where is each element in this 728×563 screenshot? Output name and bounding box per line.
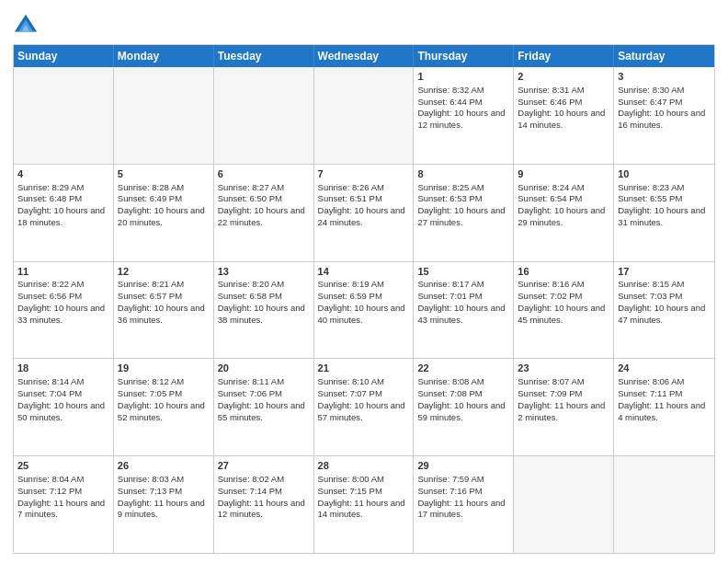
calendar-day-14: 14Sunrise: 8:19 AM Sunset: 6:59 PM Dayli…	[314, 262, 415, 359]
calendar-header-row: SundayMondayTuesdayWednesdayThursdayFrid…	[14, 45, 714, 67]
calendar-week-3: 11Sunrise: 8:22 AM Sunset: 6:56 PM Dayli…	[14, 262, 714, 360]
day-info: Sunrise: 7:59 AM Sunset: 7:16 PM Dayligh…	[417, 474, 505, 519]
day-number: 22	[417, 362, 509, 375]
calendar-week-4: 18Sunrise: 8:14 AM Sunset: 7:04 PM Dayli…	[14, 359, 714, 456]
day-info: Sunrise: 8:28 AM Sunset: 6:49 PM Dayligh…	[118, 182, 205, 227]
calendar-header-saturday: Saturday	[614, 45, 714, 67]
day-number: 14	[318, 265, 410, 279]
day-info: Sunrise: 8:17 AM Sunset: 7:01 PM Dayligh…	[417, 279, 505, 324]
calendar-header-tuesday: Tuesday	[214, 45, 314, 67]
day-number: 2	[518, 70, 609, 84]
calendar-header-friday: Friday	[514, 45, 614, 67]
calendar-day-6: 6Sunrise: 8:27 AM Sunset: 6:50 PM Daylig…	[214, 165, 314, 261]
calendar: SundayMondayTuesdayWednesdayThursdayFrid…	[13, 44, 715, 554]
day-info: Sunrise: 8:10 AM Sunset: 7:07 PM Dayligh…	[318, 376, 405, 421]
day-number: 21	[318, 362, 410, 375]
calendar-day-20: 20Sunrise: 8:11 AM Sunset: 7:06 PM Dayli…	[214, 359, 314, 455]
day-number: 27	[218, 459, 310, 473]
calendar-day-12: 12Sunrise: 8:21 AM Sunset: 6:57 PM Dayli…	[114, 262, 214, 359]
calendar-day-13: 13Sunrise: 8:20 AM Sunset: 6:58 PM Dayli…	[214, 262, 314, 359]
calendar-body: 1Sunrise: 8:32 AM Sunset: 6:44 PM Daylig…	[14, 67, 714, 553]
calendar-day-23: 23Sunrise: 8:07 AM Sunset: 7:09 PM Dayli…	[514, 359, 614, 455]
day-number: 3	[618, 70, 711, 84]
calendar-day-15: 15Sunrise: 8:17 AM Sunset: 7:01 PM Dayli…	[414, 262, 514, 359]
calendar-empty-cell	[514, 456, 614, 553]
day-info: Sunrise: 8:23 AM Sunset: 6:55 PM Dayligh…	[618, 182, 705, 227]
day-number: 28	[318, 459, 410, 473]
day-info: Sunrise: 8:26 AM Sunset: 6:51 PM Dayligh…	[318, 182, 405, 227]
day-number: 10	[618, 167, 711, 181]
logo	[13, 13, 40, 39]
day-number: 1	[417, 70, 509, 84]
calendar-header-sunday: Sunday	[14, 45, 114, 67]
day-number: 19	[118, 362, 210, 375]
calendar-day-4: 4Sunrise: 8:29 AM Sunset: 6:48 PM Daylig…	[14, 165, 114, 261]
day-number: 18	[17, 362, 109, 375]
calendar-day-8: 8Sunrise: 8:25 AM Sunset: 6:53 PM Daylig…	[414, 165, 514, 261]
day-info: Sunrise: 8:25 AM Sunset: 6:53 PM Dayligh…	[417, 182, 505, 227]
day-number: 13	[218, 265, 310, 279]
day-number: 17	[618, 265, 711, 279]
day-info: Sunrise: 8:29 AM Sunset: 6:48 PM Dayligh…	[17, 182, 105, 227]
day-info: Sunrise: 8:12 AM Sunset: 7:05 PM Dayligh…	[118, 376, 205, 421]
day-number: 16	[518, 265, 609, 279]
calendar-day-10: 10Sunrise: 8:23 AM Sunset: 6:55 PM Dayli…	[614, 165, 714, 261]
day-info: Sunrise: 8:21 AM Sunset: 6:57 PM Dayligh…	[118, 279, 205, 324]
day-number: 25	[17, 459, 109, 473]
calendar-empty-cell	[14, 67, 114, 164]
calendar-day-21: 21Sunrise: 8:10 AM Sunset: 7:07 PM Dayli…	[314, 359, 415, 455]
calendar-day-26: 26Sunrise: 8:03 AM Sunset: 7:13 PM Dayli…	[114, 456, 214, 553]
calendar-day-28: 28Sunrise: 8:00 AM Sunset: 7:15 PM Dayli…	[314, 456, 415, 553]
day-info: Sunrise: 8:15 AM Sunset: 7:03 PM Dayligh…	[618, 279, 705, 324]
calendar-day-1: 1Sunrise: 8:32 AM Sunset: 6:44 PM Daylig…	[414, 67, 514, 164]
day-number: 24	[618, 362, 711, 375]
day-info: Sunrise: 8:11 AM Sunset: 7:06 PM Dayligh…	[218, 376, 305, 421]
day-info: Sunrise: 8:22 AM Sunset: 6:56 PM Dayligh…	[17, 279, 105, 324]
calendar-day-22: 22Sunrise: 8:08 AM Sunset: 7:08 PM Dayli…	[414, 359, 514, 455]
calendar-empty-cell	[114, 67, 214, 164]
calendar-day-25: 25Sunrise: 8:04 AM Sunset: 7:12 PM Dayli…	[14, 456, 114, 553]
day-info: Sunrise: 8:00 AM Sunset: 7:15 PM Dayligh…	[318, 474, 405, 519]
day-info: Sunrise: 8:16 AM Sunset: 7:02 PM Dayligh…	[518, 279, 605, 324]
day-info: Sunrise: 8:32 AM Sunset: 6:44 PM Dayligh…	[417, 85, 505, 130]
day-number: 8	[417, 167, 509, 181]
calendar-day-3: 3Sunrise: 8:30 AM Sunset: 6:47 PM Daylig…	[614, 67, 714, 164]
header	[13, 9, 715, 39]
calendar-header-monday: Monday	[114, 45, 214, 67]
day-info: Sunrise: 8:06 AM Sunset: 7:11 PM Dayligh…	[618, 376, 705, 421]
calendar-day-29: 29Sunrise: 7:59 AM Sunset: 7:16 PM Dayli…	[414, 456, 514, 553]
day-number: 12	[118, 265, 210, 279]
calendar-week-2: 4Sunrise: 8:29 AM Sunset: 6:48 PM Daylig…	[14, 165, 714, 262]
calendar-day-16: 16Sunrise: 8:16 AM Sunset: 7:02 PM Dayli…	[514, 262, 614, 359]
day-info: Sunrise: 8:02 AM Sunset: 7:14 PM Dayligh…	[218, 474, 305, 519]
day-info: Sunrise: 8:14 AM Sunset: 7:04 PM Dayligh…	[17, 376, 105, 421]
day-number: 20	[218, 362, 310, 375]
calendar-day-24: 24Sunrise: 8:06 AM Sunset: 7:11 PM Dayli…	[614, 359, 714, 455]
calendar-day-27: 27Sunrise: 8:02 AM Sunset: 7:14 PM Dayli…	[214, 456, 314, 553]
calendar-day-18: 18Sunrise: 8:14 AM Sunset: 7:04 PM Dayli…	[14, 359, 114, 455]
calendar-day-17: 17Sunrise: 8:15 AM Sunset: 7:03 PM Dayli…	[614, 262, 714, 359]
day-info: Sunrise: 8:31 AM Sunset: 6:46 PM Dayligh…	[518, 85, 605, 130]
calendar-day-19: 19Sunrise: 8:12 AM Sunset: 7:05 PM Dayli…	[114, 359, 214, 455]
day-info: Sunrise: 8:27 AM Sunset: 6:50 PM Dayligh…	[218, 182, 305, 227]
calendar-week-1: 1Sunrise: 8:32 AM Sunset: 6:44 PM Daylig…	[14, 67, 714, 165]
calendar-header-wednesday: Wednesday	[314, 45, 415, 67]
day-number: 4	[17, 167, 109, 181]
day-info: Sunrise: 8:03 AM Sunset: 7:13 PM Dayligh…	[118, 474, 205, 519]
calendar-week-5: 25Sunrise: 8:04 AM Sunset: 7:12 PM Dayli…	[14, 456, 714, 553]
calendar-empty-cell	[614, 456, 714, 553]
day-info: Sunrise: 8:19 AM Sunset: 6:59 PM Dayligh…	[318, 279, 405, 324]
day-info: Sunrise: 8:04 AM Sunset: 7:12 PM Dayligh…	[17, 474, 105, 519]
day-info: Sunrise: 8:20 AM Sunset: 6:58 PM Dayligh…	[218, 279, 305, 324]
calendar-day-9: 9Sunrise: 8:24 AM Sunset: 6:54 PM Daylig…	[514, 165, 614, 261]
day-number: 26	[118, 459, 210, 473]
calendar-day-2: 2Sunrise: 8:31 AM Sunset: 6:46 PM Daylig…	[514, 67, 614, 164]
day-number: 9	[518, 167, 609, 181]
day-number: 11	[17, 265, 109, 279]
calendar-empty-cell	[214, 67, 314, 164]
day-info: Sunrise: 8:30 AM Sunset: 6:47 PM Dayligh…	[618, 85, 705, 130]
calendar-header-thursday: Thursday	[414, 45, 514, 67]
day-number: 23	[518, 362, 609, 375]
day-info: Sunrise: 8:07 AM Sunset: 7:09 PM Dayligh…	[518, 376, 605, 421]
calendar-day-5: 5Sunrise: 8:28 AM Sunset: 6:49 PM Daylig…	[114, 165, 214, 261]
